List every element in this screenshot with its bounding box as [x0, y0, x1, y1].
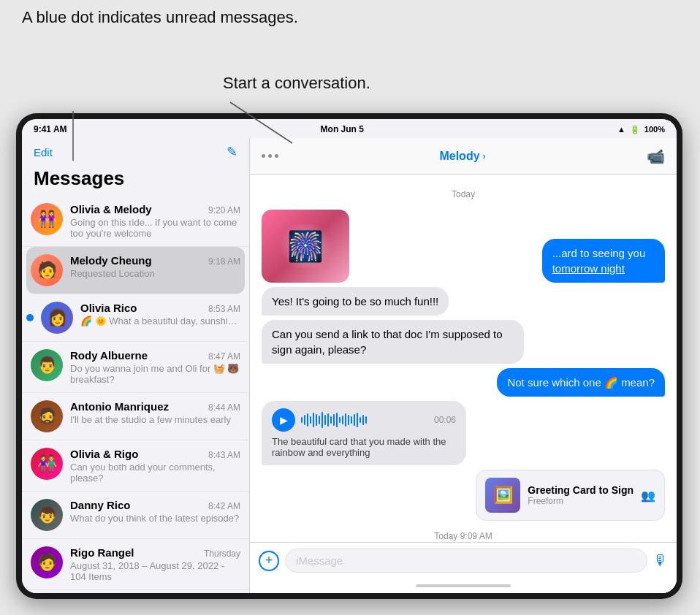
avatar-olivia-rico: 👩	[41, 302, 73, 334]
message-row-freeform: 🖼️ Greeting Card to Sign Freeform 👥	[262, 470, 665, 521]
conv-name: Olivia & Rigo	[70, 448, 138, 460]
edit-button[interactable]: Edit	[34, 146, 53, 158]
ipad-frame: 9:41 AM Mon Jun 5 ▲ 🔋 100% Edit ✎ Messag…	[16, 113, 682, 599]
waveform	[301, 411, 428, 429]
conv-item-olivia-rigo[interactable]: 👫 Olivia & Rigo 8:43 AM Can you both add…	[22, 440, 249, 492]
dot	[275, 154, 278, 158]
message-row-yes: Yes! It's going to be so much fun!!!	[262, 287, 665, 316]
messages-header: Edit ✎	[22, 138, 249, 164]
avatar-rigo: 🧑	[31, 546, 63, 578]
status-right: ▲ 🔋 100%	[617, 125, 665, 134]
audio-caption: The beautiful card that you made with th…	[272, 436, 456, 458]
conv-content-antonio: Antonio Manriquez 8:44 AM I'll be at the…	[70, 400, 240, 425]
conv-content-olivia-melody: Olivia & Melody 9:20 AM Going on this ri…	[70, 203, 240, 239]
bubble-outgoing-notsure: Not sure which one 🌈 mean?	[497, 368, 665, 397]
conv-item-antonio[interactable]: 🧔 Antonio Manriquez 8:44 AM I'll be at t…	[22, 393, 249, 440]
conv-preview: Requested Location	[70, 268, 240, 279]
conv-content-melody-cheung: Melody Cheung 9:18 AM Requested Location	[70, 254, 240, 279]
conv-preview: I'll be at the studio a few minutes earl…	[70, 414, 240, 425]
video-call-button[interactable]: 📹	[647, 148, 665, 165]
add-button[interactable]: +	[259, 551, 279, 571]
home-bar	[416, 584, 511, 587]
avatar-olivia-melody: 👭	[31, 203, 63, 235]
avatar-danny: 👦	[31, 499, 63, 531]
unread-indicator	[26, 314, 34, 321]
conv-content-danny: Danny Rico 8:42 AM What do you think of …	[70, 499, 240, 524]
conv-name: Rigo Rangel	[70, 546, 134, 559]
audio-duration: 00:06	[434, 415, 456, 425]
message-row-image: 🎆	[262, 210, 349, 283]
conv-time: 8:42 AM	[208, 501, 240, 511]
freeform-card[interactable]: 🖼️ Greeting Card to Sign Freeform 👥	[476, 470, 665, 521]
conv-preview: August 31, 2018 – August 29, 2022 - 104 …	[70, 560, 240, 582]
bubble-incoming-yes: Yes! It's going to be so much fun!!!	[262, 287, 449, 316]
bubble-outgoing-1: ...ard to seeing you tomorrow night	[542, 239, 665, 283]
message-row-text1: ...ard to seeing you tomorrow night	[476, 239, 665, 283]
conv-preview: 🌈 🌞 What a beautiful day, sunshine!	[80, 316, 240, 326]
conv-time: 8:44 AM	[208, 402, 240, 413]
header-dots	[262, 154, 278, 158]
bubble-incoming-link: Can you send a link to that doc I'm supp…	[262, 320, 524, 364]
conv-time: 8:43 AM	[208, 450, 240, 460]
conversation-list: 👭 Olivia & Melody 9:20 AM Going on this …	[22, 196, 249, 593]
freeform-title: Greeting Card to Sign	[528, 484, 634, 496]
people-icon: 👥	[641, 489, 655, 503]
chat-header: Melody › 📹	[250, 138, 677, 175]
dot	[268, 154, 272, 158]
annotation-blue-dot: A blue dot indicates unread messages.	[22, 7, 298, 28]
conv-name: Danny Rico	[70, 499, 131, 511]
conv-content-olivia-rigo: Olivia & Rigo 8:43 AM Can you both add y…	[70, 448, 240, 484]
location-status: Today 9:09 AM ✈ You started sharing loca…	[262, 531, 665, 542]
conv-time: 8:47 AM	[208, 351, 240, 362]
annotation-start-conversation: Start a conversation.	[223, 73, 370, 94]
conv-name: Olivia Rico	[80, 302, 137, 314]
conv-item-melody-cheung[interactable]: 🧑 Melody Cheung 9:18 AM Requested Locati…	[26, 247, 245, 294]
messages-area[interactable]: Today 🎆 ...ard to seeing you tomorrow ni…	[250, 175, 677, 542]
messages-title: Messages	[22, 164, 249, 196]
battery-percent: 100%	[644, 125, 665, 134]
conv-content-rigo: Rigo Rangel Thursday August 31, 2018 – A…	[70, 546, 240, 582]
status-date: Mon Jun 5	[321, 124, 364, 134]
chat-contact-name[interactable]: Melody ›	[439, 150, 485, 163]
avatar-rody: 👨	[31, 349, 63, 381]
conv-content-rody: Rody Albuerne 8:47 AM Do you wanna join …	[70, 349, 240, 385]
contact-name-label: Melody	[439, 150, 479, 163]
dot	[262, 154, 265, 158]
conv-item-danny-rico[interactable]: 👦 Danny Rico 8:42 AM What do you think o…	[22, 492, 249, 539]
date-label: Today	[262, 189, 665, 199]
conv-item-olivia-rico[interactable]: 👩 Olivia Rico 8:53 AM 🌈 🌞 What a beautif…	[22, 294, 249, 342]
conv-item-team-zoetrope[interactable]: 🎬 Team Zoetrope Tuesday Link: "Soapbox D…	[22, 590, 249, 593]
chat-panel: Melody › 📹 Today 🎆	[250, 138, 677, 593]
conv-name: Olivia & Melody	[70, 203, 152, 215]
conv-time: 9:20 AM	[208, 205, 240, 215]
chevron-right-icon: ›	[483, 151, 486, 161]
conv-item-rigo-rangel[interactable]: 🧑 Rigo Rangel Thursday August 31, 2018 –…	[22, 539, 249, 590]
conv-time: 9:18 AM	[208, 256, 240, 267]
messages-panel: Edit ✎ Messages 👭 Olivia & Melody	[22, 138, 250, 593]
wifi-icon: ▲	[617, 125, 625, 134]
conv-name: Rody Albuerne	[70, 349, 148, 362]
message-row-link: Can you send a link to that doc I'm supp…	[262, 320, 665, 364]
avatar-antonio: 🧔	[31, 400, 63, 432]
avatar-olivia-rigo: 👫	[31, 448, 63, 480]
freeform-thumbnail: 🖼️	[485, 478, 520, 513]
compose-icon[interactable]: ✎	[227, 144, 237, 160]
status-time: 9:41 AM	[34, 124, 67, 134]
conv-item-rody-albuerne[interactable]: 👨 Rody Albuerne 8:47 AM Do you wanna joi…	[22, 342, 249, 393]
battery-icon: 🔋	[630, 125, 640, 134]
conv-time: 8:53 AM	[208, 304, 240, 314]
microphone-button[interactable]: 🎙	[653, 552, 668, 569]
conv-item-olivia-melody[interactable]: 👭 Olivia & Melody 9:20 AM Going on this …	[22, 196, 249, 247]
play-button[interactable]: ▶	[272, 408, 295, 432]
message-row-audio: ▶	[262, 401, 665, 465]
conv-preview: Going on this ride... if you want to com…	[70, 217, 240, 239]
message-row-notsure: Not sure which one 🌈 mean?	[262, 368, 665, 397]
input-bar: + iMessage 🎙	[250, 542, 677, 578]
conv-content-olivia-rico: Olivia Rico 8:53 AM 🌈 🌞 What a beautiful…	[80, 302, 240, 326]
avatar-melody-cheung: 🧑	[31, 254, 63, 286]
image-bubble: 🎆	[262, 210, 349, 283]
conv-name: Melody Cheung	[70, 254, 152, 267]
ipad-screen: 9:41 AM Mon Jun 5 ▲ 🔋 100% Edit ✎ Messag…	[22, 119, 677, 593]
message-input[interactable]: iMessage	[285, 549, 647, 573]
audio-bubble: ▶	[262, 401, 466, 465]
